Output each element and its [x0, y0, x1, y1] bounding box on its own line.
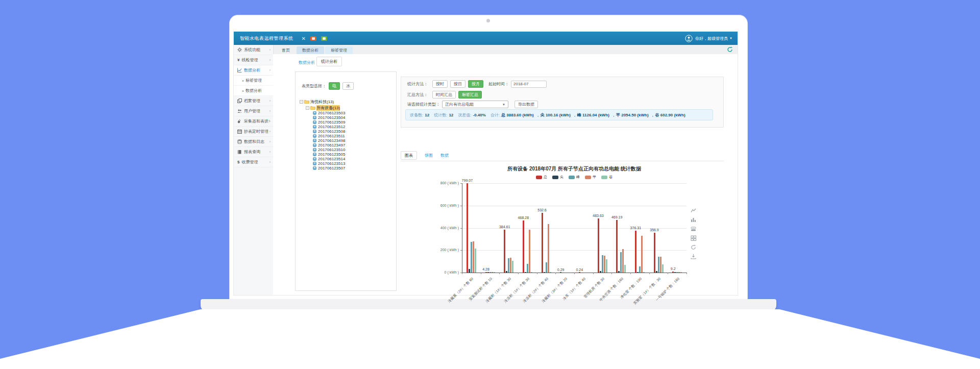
chart-toolbox — [690, 207, 696, 259]
meter-type-row: 表类型选择： 电 水 — [302, 82, 354, 90]
bar-value-label: 799.07 — [462, 179, 473, 182]
sidebar-item-billing[interactable]: $ 收费管理 › — [234, 157, 273, 167]
export-data-button[interactable]: 导出数据 — [514, 101, 538, 108]
sidebar-item-line-check[interactable]: ¥ 线检管理 › — [234, 55, 273, 65]
start-time-input[interactable] — [511, 81, 547, 88]
x-axis-tick — [462, 273, 462, 274]
sidebar-item-users[interactable]: 用户管理 › — [234, 106, 273, 116]
device-item[interactable]: 201706123511 — [313, 134, 394, 138]
close-icon[interactable]: ✕ — [302, 36, 306, 41]
bar-总 — [467, 183, 468, 273]
device-item[interactable]: 201706123514 — [313, 157, 394, 161]
legend-item[interactable]: 平 — [585, 175, 596, 180]
device-id: 201706123510 — [318, 147, 345, 152]
tab-data-analysis[interactable]: 数据分析 — [297, 46, 324, 54]
bar-平 — [510, 258, 511, 273]
bar-尖 — [487, 272, 489, 273]
subtab-data-analysis[interactable]: 数据分析 — [299, 60, 315, 65]
sidebar-item-label: 用户管理 — [244, 108, 270, 114]
meter-icon — [313, 116, 316, 119]
sidebar-item-system[interactable]: 系统功能 › — [234, 45, 273, 55]
stat-type-select[interactable]: 正向有功总电能 ▼ — [442, 101, 508, 108]
sidebar-item-data-analysis[interactable]: 数据分析 › — [234, 65, 273, 76]
toggle-bar-icon[interactable] — [690, 216, 696, 223]
stat-method-row: 统计方法： 按时 按日 按月 起始时间： — [407, 80, 547, 88]
stat-type-label: 请选择统计类型： — [407, 102, 440, 107]
by-month-button[interactable]: 按月 — [468, 80, 483, 88]
device-id: 201706123503 — [318, 111, 345, 115]
water-button[interactable]: 水 — [342, 82, 354, 90]
sidebar-item-data-logs[interactable]: 数据和日志 › — [234, 137, 273, 147]
sidebar-item-reports[interactable]: 报表查询 › — [234, 147, 273, 157]
legend-item[interactable]: 尖 — [552, 175, 564, 180]
bar-尖 — [656, 271, 657, 273]
by-hour-button[interactable]: 按时 — [432, 80, 448, 88]
bar-峰 — [658, 257, 659, 273]
device-item[interactable]: 201706123507 — [313, 166, 394, 170]
by-day-button[interactable]: 按日 — [450, 80, 465, 88]
device-item[interactable]: 201706123503 — [313, 111, 394, 115]
view-tab-pie[interactable]: 饼图 — [425, 153, 433, 158]
nav-tab-bar: 首页 数据分析 标签管理 — [273, 45, 738, 55]
plug-icon — [237, 119, 242, 124]
chart-line-icon — [237, 68, 242, 72]
bar-平 — [548, 224, 549, 273]
device-item[interactable]: 201706123505 — [313, 152, 394, 157]
x-axis-tick — [518, 273, 519, 274]
view-tab-data[interactable]: 数据 — [440, 153, 449, 158]
device-tree: − 海悦科技(13) − 所有设备(13) 201706123503201706… — [300, 99, 394, 170]
device-item[interactable]: 201706123509 — [313, 120, 394, 125]
subtab-statistical-analysis[interactable]: 统计分析 — [316, 57, 342, 66]
device-item[interactable]: 201706123504 — [313, 115, 394, 120]
sidebar-item-meter-reading-schedule[interactable]: 抄表定时管理 › — [234, 127, 273, 137]
collapse-icon[interactable]: − — [300, 100, 303, 104]
device-item[interactable]: 201706123512 — [313, 125, 394, 129]
tag-agg-button[interactable]: 标签汇总 — [458, 91, 482, 99]
sidebar-item-collectors[interactable]: 采集器和表设备 › — [234, 116, 273, 127]
data-view-icon[interactable] — [690, 235, 696, 241]
refresh-icon[interactable] — [727, 46, 733, 54]
sidebar-subitem-tag-management[interactable]: ▸ 标签管理 — [234, 76, 273, 86]
calc-app-icon[interactable] — [321, 36, 327, 41]
legend-item[interactable]: 峰 — [569, 175, 580, 180]
electric-button[interactable]: 电 — [329, 82, 340, 90]
bar-谷 — [550, 272, 551, 273]
laptop-base-fan — [0, 309, 980, 369]
summary-value: ， — [573, 112, 577, 118]
bar-谷 — [606, 259, 607, 273]
stack-icon[interactable] — [690, 226, 696, 232]
summary-value: ， — [536, 112, 540, 118]
view-tab-chart[interactable]: 图表 — [401, 151, 417, 160]
tab-home[interactable]: 首页 — [276, 46, 296, 54]
toggle-line-icon[interactable] — [690, 207, 696, 213]
chart-title: 所有设备 2018年07月 所有子节点正向有功总电能 统计数据 — [401, 165, 748, 173]
summary-bar: 设备数:12统计数:12误差值:-0.40%合计:总 3883.60 (kWh)… — [405, 109, 713, 120]
legend-item[interactable]: 总 — [536, 175, 547, 180]
summary-value: 尖 100.16 (kWh) — [541, 112, 571, 118]
bar-value-label: 469.19 — [611, 215, 622, 219]
device-item[interactable]: 201706123510 — [313, 147, 394, 152]
sidebar-item-label: 收费管理 — [241, 159, 269, 165]
time-agg-button[interactable]: 时间汇总 — [432, 91, 456, 99]
titlebar: 智能水电表远程管理系统 ✕ 你好，超级管理员 ▼ — [234, 32, 738, 45]
restore-icon[interactable] — [690, 244, 696, 250]
tree-root-node[interactable]: − 海悦科技(13) — [300, 99, 394, 105]
collapse-icon[interactable]: − — [306, 106, 309, 110]
sidebar-item-archives[interactable]: 档案管理 › — [234, 96, 273, 106]
device-item[interactable]: 201706123498 — [313, 138, 394, 143]
device-item[interactable]: 201706123508 — [313, 129, 394, 134]
device-item[interactable]: 201706123497 — [313, 143, 394, 147]
save-image-icon[interactable] — [690, 253, 696, 259]
legend-label: 峰 — [576, 175, 580, 180]
tab-tag-management[interactable]: 标签管理 — [325, 46, 353, 54]
legend-label: 谷 — [609, 175, 612, 180]
device-item[interactable]: 201706123513 — [313, 161, 394, 166]
user-menu[interactable]: 你好，超级管理员 ▼ — [685, 35, 732, 42]
bar-尖 — [544, 272, 545, 273]
sidebar-subitem-data-analysis[interactable]: ▸ 数据分析 — [234, 86, 273, 96]
legend-item[interactable]: 谷 — [601, 175, 612, 180]
tree-selected-node[interactable]: − 所有设备(13) — [306, 105, 394, 111]
dollar-icon: $ — [237, 160, 239, 164]
alert-app-icon[interactable] — [310, 36, 316, 41]
start-time-label: 起始时间： — [488, 81, 509, 87]
